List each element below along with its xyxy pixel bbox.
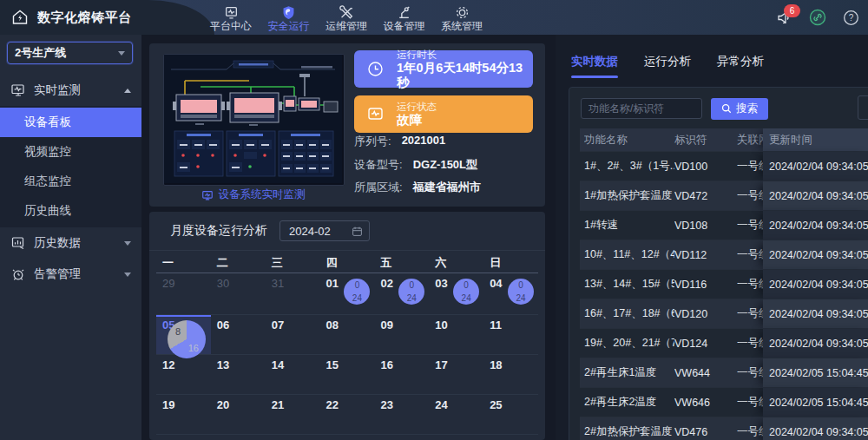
nav-item-ops-management[interactable]: 运维管理 xyxy=(322,3,371,32)
cell-function-name: 1#加热保护套温度 xyxy=(584,188,674,203)
calendar-day-cell[interactable]: 22 xyxy=(320,395,375,434)
table-row[interactable]: 2#再生床2温度VW646一号线2024/02/05 15:04:45 xyxy=(580,387,868,417)
calendar-day-cell[interactable]: 15 xyxy=(320,355,375,394)
tab-异常分析[interactable]: 异常分析 xyxy=(717,54,764,78)
calendar-day-cell[interactable]: 23 xyxy=(374,395,429,434)
search-button[interactable]: 搜索 xyxy=(711,98,768,120)
sidebar-group-history-data[interactable]: 历史数据 xyxy=(0,227,141,259)
calendar-week-row: 05816060708091011 xyxy=(156,314,538,354)
runtime-card: 运行时长 1年0月6天14时54分13秒 xyxy=(354,50,533,88)
nav-item-safe-operation[interactable]: 安全运行 xyxy=(265,3,313,32)
calendar-day-cell[interactable]: 16 xyxy=(374,355,429,394)
calendar-day-number: 13 xyxy=(217,358,229,371)
calendar-day-cell[interactable]: 05816 xyxy=(156,315,211,354)
calendar-day-cell[interactable]: 14 xyxy=(266,355,320,394)
calendar-day-cell[interactable]: 10 xyxy=(429,315,483,354)
connection-link-icon[interactable] xyxy=(809,9,826,26)
sidebar-item-历史曲线[interactable]: 历史曲线 xyxy=(0,196,141,226)
calendar-day-cell[interactable]: 03024 xyxy=(429,273,483,314)
notification-speaker-icon[interactable]: 6 xyxy=(776,10,792,26)
calendar-day-cell[interactable]: 28 xyxy=(266,435,320,440)
device-info-value: 2021001 xyxy=(402,134,446,149)
search-input[interactable] xyxy=(581,98,702,119)
cell-update-time: 2024/02/05 15:04:45 xyxy=(763,358,868,387)
tab-运行分析[interactable]: 运行分析 xyxy=(644,54,691,78)
realtime-data-table: 功能名称标识符关联网更新时间1#、2#、3#（1号...VD100一号线2024… xyxy=(580,128,868,440)
calendar-day-cell[interactable]: 30 xyxy=(211,273,266,314)
calendar-day-cell[interactable]: 02024 xyxy=(374,273,429,314)
monthly-analysis-header: 月度设备运行分析 2024-02 xyxy=(149,212,545,251)
help-icon[interactable]: ? xyxy=(843,10,859,26)
calendar-icon xyxy=(352,226,363,237)
sidebar-item-视频监控[interactable]: 视频监控 xyxy=(0,137,141,167)
daily-runtime-pie-chart: 024 xyxy=(398,279,424,305)
month-picker-input[interactable]: 2024-02 xyxy=(279,220,370,241)
calendar-week-row: 29303101024020240302404024 xyxy=(156,273,538,314)
device-system-realtime-link[interactable]: 设备系统实时监测 xyxy=(163,187,343,202)
calendar-day-cell[interactable]: 04024 xyxy=(483,273,538,314)
table-row[interactable]: 16#、17#、18#（6...VD120一号线2024/02/04 09:34… xyxy=(580,299,868,328)
calendar-day-cell[interactable]: 17 xyxy=(429,355,483,394)
sidebar-group-realtime-monitor[interactable]: 实时监测 xyxy=(0,75,141,106)
sidebar-group-alarm-management[interactable]: 告警管理 xyxy=(0,259,141,290)
calendar-day-cell[interactable]: 24 xyxy=(429,395,483,434)
calendar-day-cell[interactable]: 13 xyxy=(211,355,266,394)
calendar-day-cell[interactable]: 20 xyxy=(211,395,266,434)
ops-management-icon xyxy=(339,5,354,20)
table-row[interactable]: 2#再生床1温度VW644一号线2024/02/05 15:04:45 xyxy=(580,358,868,387)
calendar-day-cell[interactable]: 27 xyxy=(211,435,266,440)
tab-实时数据[interactable]: 实时数据 xyxy=(571,54,618,78)
table-row[interactable]: 1#、2#、3#（1号...VD100一号线2024/02/04 09:34:0… xyxy=(580,151,868,181)
table-row[interactable]: 1#加热保护套温度VD472一号线2024/02/04 09:34:05 xyxy=(580,181,868,210)
nav-item-platform-center[interactable]: 平台中心 xyxy=(207,3,255,32)
platform-center-icon xyxy=(224,5,239,20)
pie-label-online-hours: 16 xyxy=(188,343,199,353)
nav-item-system-management[interactable]: 系统管理 xyxy=(437,3,486,32)
calendar-day-cell[interactable]: 02 xyxy=(429,435,483,440)
calendar-day-cell[interactable]: 12 xyxy=(156,355,211,394)
calendar-day-cell[interactable]: 06 xyxy=(211,315,266,354)
cell-update-time: 2024/02/04 09:34:05 xyxy=(763,240,868,269)
calendar-day-cell[interactable]: 08 xyxy=(320,315,375,354)
calendar-day-cell[interactable]: 31 xyxy=(266,273,320,314)
sidebar-item-设备看板[interactable]: 设备看板 xyxy=(0,108,141,137)
runtime-value: 1年0月6天14时54分13秒 xyxy=(397,61,533,90)
calendar-day-cell[interactable]: 11 xyxy=(483,315,538,354)
month-picker-value: 2024-02 xyxy=(289,225,331,238)
table-row[interactable]: 1#转速VD108一号线2024/02/04 09:34:05 xyxy=(580,210,868,240)
calendar-day-cell[interactable]: 03 xyxy=(483,435,538,440)
calendar-day-cell[interactable]: 01024 xyxy=(320,273,375,314)
nav-item-device-management[interactable]: 设备管理 xyxy=(380,3,429,32)
calendar-day-number: 15 xyxy=(326,358,339,371)
calendar-day-cell[interactable]: 01 xyxy=(374,435,429,440)
calendar-day-cell[interactable]: 19 xyxy=(156,395,211,434)
table-row[interactable]: 2#加热保护套温度VD476一号线2024/02/04 09:34:05 xyxy=(580,417,868,440)
calendar-day-cell[interactable]: 07 xyxy=(266,315,320,354)
table-row[interactable]: 10#、11#、12#（4...VD112一号线2024/02/04 09:34… xyxy=(580,240,868,269)
sidebar-item-组态监控[interactable]: 组态监控 xyxy=(0,167,141,196)
calendar-day-cell[interactable]: 25 xyxy=(483,395,538,434)
app-title: 数字化熔铸平台 xyxy=(37,10,132,26)
cell-identifier: VD116 xyxy=(674,279,737,291)
calendar-day-cell[interactable]: 26 xyxy=(156,435,211,440)
calendar-day-number: 17 xyxy=(435,358,447,371)
clipped-edge-input[interactable] xyxy=(858,95,868,120)
monthly-analysis-card: 月度设备运行分析 2024-02 一二三四五六日 293031010240202… xyxy=(149,212,545,440)
cell-function-name: 2#再生床2温度 xyxy=(584,395,674,410)
calendar-day-cell[interactable]: 18 xyxy=(483,355,538,394)
pie-label-offline-hours: 8 xyxy=(175,326,181,337)
cell-identifier: VD124 xyxy=(674,338,737,350)
chevron-down-icon xyxy=(124,273,131,277)
daily-runtime-pie-chart: 024 xyxy=(508,279,534,305)
device-overview-card: 设备系统实时监测 运行时长 1年0月6天14时54分13秒 运行状态 故障 序列… xyxy=(149,43,545,207)
production-line-select[interactable]: 2号生产线 xyxy=(7,42,133,64)
cell-identifier: VD100 xyxy=(674,161,737,173)
calendar-day-cell[interactable]: 29 xyxy=(320,435,375,440)
calendar-day-cell[interactable]: 09 xyxy=(374,315,429,354)
status-label: 运行状态 xyxy=(397,101,437,113)
table-row[interactable]: 19#、20#、21#（7...VD124一号线2024/02/04 09:34… xyxy=(580,328,868,358)
calendar-day-cell[interactable]: 21 xyxy=(266,395,320,434)
table-row[interactable]: 13#、14#、15#（5...VD116一号线2024/02/04 09:34… xyxy=(580,269,868,299)
search-icon xyxy=(721,103,732,114)
calendar-day-cell[interactable]: 29 xyxy=(156,273,211,314)
